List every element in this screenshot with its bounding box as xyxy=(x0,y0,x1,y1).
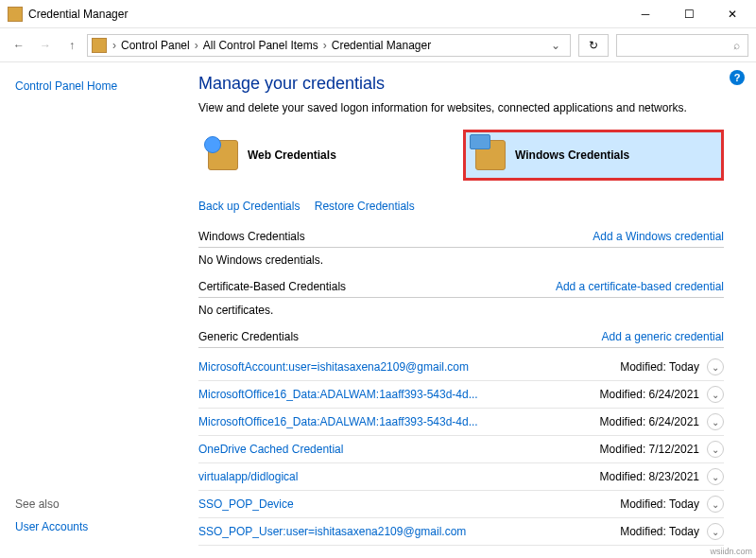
titlebar: Credential Manager ─ ☐ ✕ xyxy=(0,0,756,28)
credential-row[interactable]: SSO_POP_DeviceModified: Today⌄ xyxy=(198,491,724,518)
add-generic-credential-link[interactable]: Add a generic credential xyxy=(602,330,724,343)
page-heading: Manage your credentials xyxy=(198,74,724,94)
windows-credentials-icon xyxy=(475,140,506,170)
windows-credentials-tab[interactable]: Windows Credentials xyxy=(463,130,724,181)
chevron-right-icon: › xyxy=(111,39,118,52)
tab-label: Web Credentials xyxy=(248,148,336,162)
forward-button[interactable]: → xyxy=(34,34,57,57)
credential-name[interactable]: OneDrive Cached Credential xyxy=(198,443,600,456)
address-bar[interactable]: › Control Panel › All Control Panel Item… xyxy=(87,34,571,57)
up-button[interactable]: ↑ xyxy=(60,34,83,57)
back-button[interactable]: ← xyxy=(8,34,30,57)
control-panel-home-link[interactable]: Control Panel Home xyxy=(15,79,174,93)
empty-message: No certificates. xyxy=(198,304,724,317)
breadcrumb-item[interactable]: Control Panel xyxy=(118,39,193,52)
modified-date: Modified: Today xyxy=(620,360,699,374)
chevron-right-icon: › xyxy=(321,39,329,52)
minimize-button[interactable]: ─ xyxy=(624,0,667,28)
credential-row[interactable]: MicrosoftAccount:user=ishitasaxena2109@g… xyxy=(198,354,724,381)
sidebar: Control Panel Home See also User Account… xyxy=(0,62,189,558)
breadcrumb-item[interactable]: Credential Manager xyxy=(329,39,434,52)
content-body: Control Panel Home See also User Account… xyxy=(0,62,756,558)
add-windows-credential-link[interactable]: Add a Windows credential xyxy=(593,230,724,243)
modified-date: Modified: 7/12/2021 xyxy=(600,443,699,456)
page-description: View and delete your saved logon informa… xyxy=(198,101,724,114)
modified-date: Modified: Today xyxy=(620,525,699,538)
main-content: Manage your credentials View and delete … xyxy=(189,62,756,558)
windows-credentials-section: Windows Credentials Add a Windows creden… xyxy=(198,230,724,267)
credential-name[interactable]: SSO_POP_User:user=ishitasaxena2109@gmail… xyxy=(198,525,620,538)
credential-name[interactable]: MicrosoftAccount:user=ishitasaxena2109@g… xyxy=(198,360,620,374)
expand-icon[interactable]: ⌄ xyxy=(707,468,724,485)
expand-icon[interactable]: ⌄ xyxy=(707,496,724,513)
chevron-right-icon: › xyxy=(193,39,200,52)
modified-date: Modified: 8/23/2021 xyxy=(600,470,699,483)
credential-row[interactable]: OneDrive Cached CredentialModified: 7/12… xyxy=(198,436,724,463)
watermark: wsiidn.com xyxy=(710,547,752,556)
tab-label: Windows Credentials xyxy=(515,148,629,162)
credential-row[interactable]: SSO_POP_User:user=ishitasaxena2109@gmail… xyxy=(198,518,724,546)
expand-icon[interactable]: ⌄ xyxy=(707,441,724,458)
modified-date: Modified: 6/24/2021 xyxy=(600,388,699,401)
credential-row[interactable]: MicrosoftOffice16_Data:ADALWAM:1aaff393-… xyxy=(198,381,724,409)
add-certificate-credential-link[interactable]: Add a certificate-based credential xyxy=(556,280,724,293)
section-title: Generic Credentials xyxy=(198,330,299,343)
search-icon: ⌕ xyxy=(733,39,740,52)
generic-credentials-section: Generic Credentials Add a generic creden… xyxy=(198,330,724,546)
user-accounts-link[interactable]: User Accounts xyxy=(15,520,174,533)
search-input[interactable]: ⌕ xyxy=(616,34,748,57)
credential-name[interactable]: MicrosoftOffice16_Data:ADALWAM:1aaff393-… xyxy=(198,415,600,428)
refresh-button[interactable]: ↻ xyxy=(578,34,609,57)
credential-name[interactable]: SSO_POP_Device xyxy=(198,497,620,511)
certificate-credentials-section: Certificate-Based Credentials Add a cert… xyxy=(198,280,724,317)
window-title: Credential Manager xyxy=(28,8,624,21)
credential-row[interactable]: virtualapp/didlogicalModified: 8/23/2021… xyxy=(198,463,724,491)
expand-icon[interactable]: ⌄ xyxy=(707,358,724,375)
section-title: Windows Credentials xyxy=(198,230,305,243)
expand-icon[interactable]: ⌄ xyxy=(707,523,724,540)
credential-tabs: Web Credentials Windows Credentials xyxy=(198,130,724,181)
empty-message: No Windows credentials. xyxy=(198,253,724,267)
credential-row[interactable]: MicrosoftOffice16_Data:ADALWAM:1aaff393-… xyxy=(198,409,724,436)
chevron-down-icon[interactable]: ⌄ xyxy=(545,39,566,52)
app-icon xyxy=(8,7,23,22)
breadcrumb-item[interactable]: All Control Panel Items xyxy=(200,39,321,52)
folder-icon xyxy=(92,38,107,53)
expand-icon[interactable]: ⌄ xyxy=(707,413,724,430)
web-credentials-icon xyxy=(208,140,238,170)
modified-date: Modified: Today xyxy=(620,497,699,511)
maximize-button[interactable]: ☐ xyxy=(667,0,711,28)
section-title: Certificate-Based Credentials xyxy=(198,280,346,293)
navbar: ← → ↑ › Control Panel › All Control Pane… xyxy=(0,28,756,62)
close-button[interactable]: ✕ xyxy=(711,0,754,28)
web-credentials-tab[interactable]: Web Credentials xyxy=(198,130,454,181)
help-icon[interactable]: ? xyxy=(730,70,745,85)
expand-icon[interactable]: ⌄ xyxy=(707,386,724,403)
backup-credentials-link[interactable]: Back up Credentials xyxy=(198,200,300,213)
credential-name[interactable]: MicrosoftOffice16_Data:ADALWAM:1aaff393-… xyxy=(198,388,600,401)
action-links: Back up Credentials Restore Credentials xyxy=(198,200,724,213)
modified-date: Modified: 6/24/2021 xyxy=(600,415,699,428)
see-also-label: See also xyxy=(15,497,174,511)
credential-name[interactable]: virtualapp/didlogical xyxy=(198,470,600,483)
restore-credentials-link[interactable]: Restore Credentials xyxy=(315,200,415,213)
